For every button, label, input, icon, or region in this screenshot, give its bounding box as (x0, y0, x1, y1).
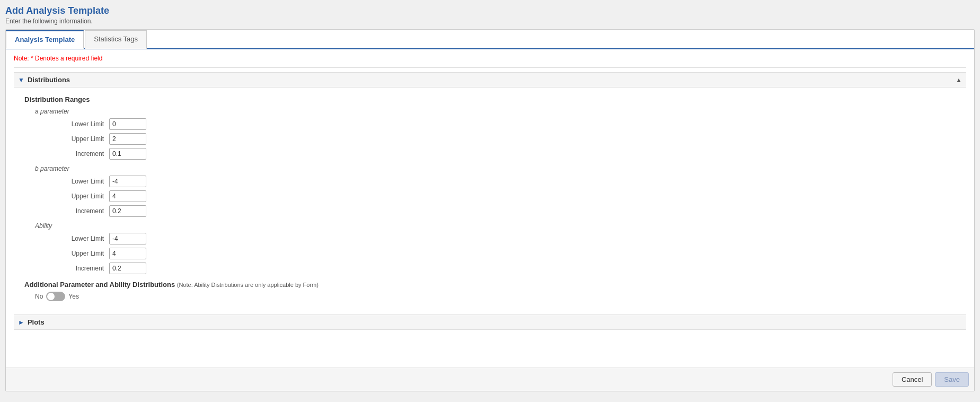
additional-toggle[interactable] (46, 292, 65, 301)
ability-upper-limit-row: Upper Limit (46, 248, 956, 259)
b-parameter-label: b parameter (35, 165, 956, 172)
footer: Cancel Save (6, 368, 974, 391)
ability-upper-limit-input[interactable] (109, 248, 146, 259)
a-upper-limit-row: Upper Limit (46, 133, 956, 145)
tab-analysis-template[interactable]: Analysis Template (6, 30, 84, 49)
a-upper-limit-label: Upper Limit (46, 135, 109, 143)
save-button[interactable]: Save (935, 372, 969, 387)
distributions-collapse-icon[interactable]: ▲ (956, 76, 962, 84)
additional-toggle-row: No Yes (35, 292, 956, 301)
plots-title: Plots (28, 318, 45, 326)
toggle-no-label: No (35, 293, 43, 300)
ability-increment-row: Increment (46, 263, 956, 274)
plots-section-header[interactable]: ► Plots (14, 314, 966, 330)
a-lower-limit-label: Lower Limit (46, 120, 109, 128)
distributions-chevron-icon: ▼ (18, 76, 24, 84)
ability-lower-limit-label: Lower Limit (46, 235, 109, 242)
ability-upper-limit-label: Upper Limit (46, 250, 109, 257)
a-parameter-label: a parameter (35, 108, 956, 115)
ability-lower-limit-row: Lower Limit (46, 233, 956, 244)
tab-statistics-tags[interactable]: Statistics Tags (85, 30, 147, 49)
b-lower-limit-row: Lower Limit (46, 176, 956, 187)
ability-increment-input[interactable] (109, 263, 146, 274)
distribution-ranges-title: Distribution Ranges (24, 95, 956, 103)
ability-label: Ability (35, 222, 956, 230)
distributions-title: Distributions (28, 76, 70, 84)
a-parameter-group: a parameter Lower Limit Upper Limit Incr… (35, 108, 956, 160)
ability-increment-label: Increment (46, 265, 109, 272)
a-upper-limit-input[interactable] (109, 133, 146, 145)
page-subtitle: Enter the following information. (5, 18, 975, 25)
additional-parameter-section: Additional Parameter and Ability Distrib… (24, 281, 956, 301)
b-parameter-group: b parameter Lower Limit Upper Limit Incr… (35, 165, 956, 217)
b-lower-limit-label: Lower Limit (46, 178, 109, 185)
distributions-section-header[interactable]: ▼ Distributions ▲ (14, 72, 966, 88)
a-increment-label: Increment (46, 150, 109, 158)
b-upper-limit-row: Upper Limit (46, 190, 956, 202)
b-lower-limit-input[interactable] (109, 176, 146, 187)
page-title: Add Analysis Template (5, 5, 975, 16)
a-lower-limit-row: Lower Limit (46, 118, 956, 130)
b-increment-label: Increment (46, 207, 109, 215)
a-increment-input[interactable] (109, 148, 146, 160)
page-wrapper: Add Analysis Template Enter the followin… (0, 0, 980, 402)
ability-lower-limit-input[interactable] (109, 233, 146, 244)
divider (14, 67, 966, 68)
plots-chevron-icon: ► (18, 319, 24, 326)
b-upper-limit-input[interactable] (109, 190, 146, 202)
additional-label: Additional Parameter and Ability Distrib… (24, 281, 956, 289)
a-increment-row: Increment (46, 148, 956, 160)
b-increment-row: Increment (46, 205, 956, 217)
tab-bar: Analysis Template Statistics Tags (6, 30, 974, 49)
b-increment-input[interactable] (109, 205, 146, 217)
content-area: Note: * Denotes a required field ▼ Distr… (6, 49, 974, 368)
toggle-yes-label: Yes (68, 293, 79, 300)
ability-group: Ability Lower Limit Upper Limit Incremen… (35, 222, 956, 274)
distributions-body: Distribution Ranges a parameter Lower Li… (14, 88, 966, 309)
cancel-button[interactable]: Cancel (893, 372, 932, 387)
b-upper-limit-label: Upper Limit (46, 193, 109, 200)
required-field-note: Note: * Denotes a required field (14, 55, 966, 62)
toggle-slider (46, 292, 65, 301)
a-lower-limit-input[interactable] (109, 118, 146, 130)
main-panel: Analysis Template Statistics Tags Note: … (5, 29, 975, 391)
